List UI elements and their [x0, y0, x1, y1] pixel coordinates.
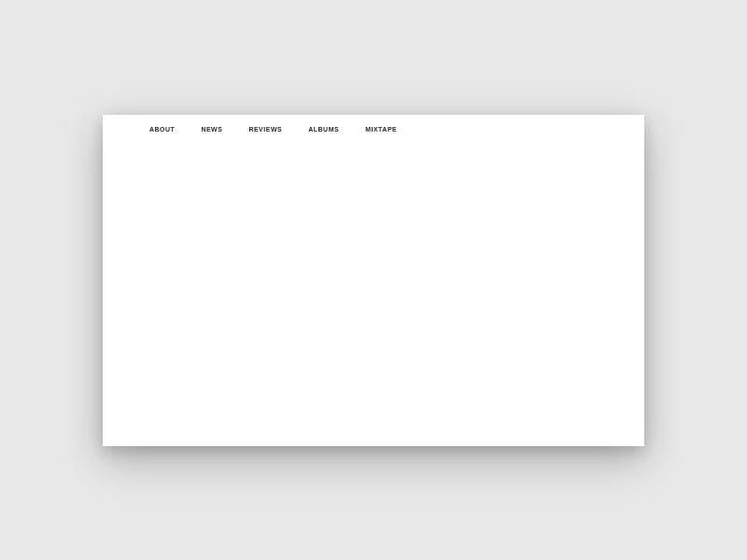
app-window: ABOUT NEWS REVIEWS ALBUMS MIXTAPE	[103, 115, 644, 446]
main-nav: ABOUT NEWS REVIEWS ALBUMS MIXTAPE	[103, 115, 644, 133]
nav-item-mixtape[interactable]: MIXTAPE	[365, 126, 397, 133]
nav-item-albums[interactable]: ALBUMS	[308, 126, 339, 133]
nav-item-reviews[interactable]: REVIEWS	[248, 126, 282, 133]
nav-item-news[interactable]: NEWS	[201, 126, 222, 133]
nav-item-about[interactable]: ABOUT	[149, 126, 175, 133]
